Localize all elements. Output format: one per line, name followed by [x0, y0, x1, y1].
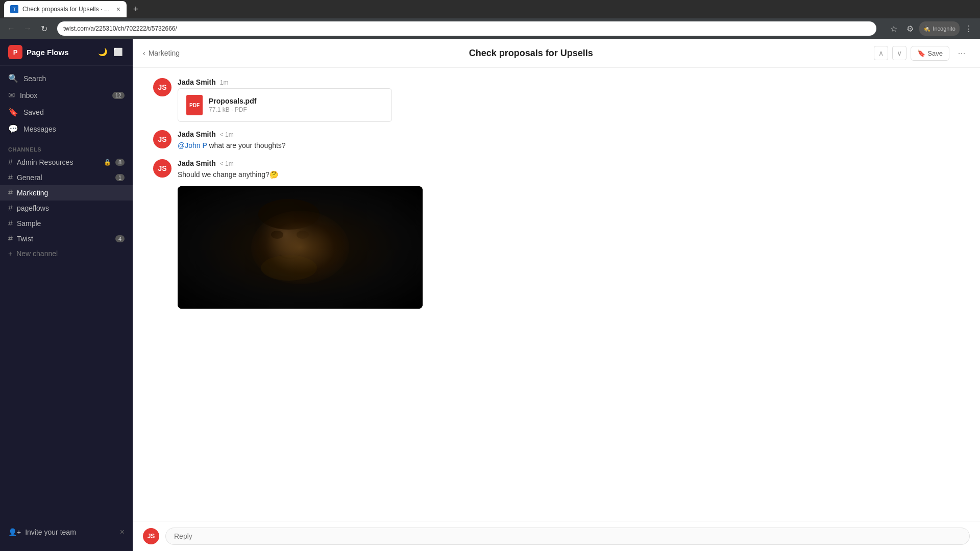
bookmark-button[interactable]: ☆ — [887, 21, 901, 36]
message-group: JS Jada Smith 1m PDF Proposals.pdf 77.1 … — [153, 78, 960, 122]
message-time: < 1m — [220, 160, 234, 167]
message-text: Should we change anything?🤔 — [178, 169, 960, 180]
message-body: Jada Smith 1m PDF Proposals.pdf 77.1 kB … — [178, 78, 960, 122]
invite-team-label: Invite your team — [25, 528, 76, 536]
more-options-button[interactable]: ··· — [953, 45, 970, 61]
main-content: ‹ Marketing Check proposals for Upsells … — [133, 39, 980, 551]
reload-button[interactable]: ↻ — [37, 21, 51, 36]
url-display: twist.com/a/225310/ch/702222/t/5732666/ — [63, 25, 870, 32]
sidebar-item-inbox[interactable]: ✉ Inbox 12 — [0, 87, 133, 104]
channel-item-admin-resources[interactable]: # Admin Resources 🔒 8 — [0, 155, 133, 170]
channel-hash-icon: # — [8, 173, 13, 182]
message-body: Jada Smith < 1m @John P what are your th… — [178, 130, 960, 151]
save-label: Save — [927, 49, 943, 57]
message-time: < 1m — [220, 131, 234, 138]
channel-item-pageflows[interactable]: # pageflows — [0, 201, 133, 216]
app: P Page Flows 🌙 ⬜ 🔍 Search ✉ Inbox 12 🔖 S… — [0, 39, 980, 551]
invite-icon: 👤+ — [8, 528, 21, 536]
attachment-type: PDF — [235, 106, 247, 113]
invite-close-button[interactable]: × — [120, 528, 125, 537]
attachment-meta: 77.1 kB · PDF — [209, 106, 256, 113]
incognito-label: Incognito — [933, 26, 955, 32]
breadcrumb-label: Marketing — [149, 49, 180, 57]
invite-team-button[interactable]: 👤+ Invite your team × — [8, 528, 125, 537]
incognito-icon: 🕵 — [923, 26, 930, 32]
mention-text[interactable]: @John P — [178, 141, 207, 149]
sidebar-item-search[interactable]: 🔍 Search — [0, 70, 133, 87]
message-author: Jada Smith — [178, 130, 216, 138]
attachment[interactable]: PDF Proposals.pdf 77.1 kB · PDF — [178, 88, 392, 122]
message-meta: Jada Smith < 1m — [178, 159, 960, 167]
lock-icon: 🔒 — [104, 159, 111, 166]
channel-badge-admin: 8 — [115, 159, 125, 166]
saved-icon: 🔖 — [8, 107, 18, 117]
image-content — [178, 186, 423, 309]
workspace-icon: P — [8, 45, 22, 59]
back-chevron-icon: ‹ — [143, 49, 145, 57]
tab-title: Check proposals for Upsells · Pa... — [22, 6, 112, 13]
plus-icon: + — [8, 249, 12, 258]
forward-button[interactable]: → — [20, 21, 35, 36]
message-text-after-mention: what are your thoughts? — [207, 141, 286, 149]
add-channel-button[interactable]: + New channel — [0, 246, 133, 261]
inbox-icon: ✉ — [8, 90, 15, 100]
thread-actions: ∧ ∨ 🔖 Save ··· — [874, 45, 970, 61]
thread-prev-button[interactable]: ∧ — [874, 46, 888, 60]
browser-extensions-button[interactable]: ⚙ — [903, 21, 917, 36]
thread-content: JS Jada Smith 1m PDF Proposals.pdf 77.1 … — [133, 68, 980, 521]
new-tab-button[interactable]: + — [129, 2, 143, 16]
browser-chrome: T Check proposals for Upsells · Pa... × … — [0, 0, 980, 39]
message-text: @John P what are your thoughts? — [178, 140, 960, 151]
channel-item-marketing[interactable]: # Marketing — [0, 185, 133, 201]
browser-tabs: T Check proposals for Upsells · Pa... × … — [0, 0, 980, 18]
active-tab[interactable]: T Check proposals for Upsells · Pa... × — [4, 1, 127, 17]
breadcrumb[interactable]: ‹ Marketing — [143, 49, 180, 57]
message-image[interactable] — [178, 186, 423, 309]
thread-header: ‹ Marketing Check proposals for Upsells … — [133, 39, 980, 68]
sidebar-item-saved[interactable]: 🔖 Saved — [0, 104, 133, 120]
reply-avatar: JS — [143, 528, 159, 544]
channel-badge-general: 1 — [115, 174, 125, 181]
channel-name-general: General — [17, 173, 111, 182]
dark-mode-toggle[interactable]: 🌙 — [96, 45, 109, 59]
save-button[interactable]: 🔖 Save — [911, 46, 949, 61]
message-body: Jada Smith < 1m Should we change anythin… — [178, 159, 960, 309]
avatar: JS — [153, 130, 172, 148]
channel-item-general[interactable]: # General 1 — [0, 170, 133, 185]
search-icon: 🔍 — [8, 73, 18, 83]
message-meta: Jada Smith 1m — [178, 78, 960, 86]
message-author: Jada Smith — [178, 78, 216, 86]
channel-name-twist: Twist — [17, 235, 111, 243]
browser-nav: ← → ↻ twist.com/a/225310/ch/702222/t/573… — [0, 18, 980, 39]
thread-title: Check proposals for Upsells — [188, 48, 874, 59]
channel-name-admin: Admin Resources — [17, 158, 99, 166]
channel-item-twist[interactable]: # Twist 4 — [0, 231, 133, 246]
layout-toggle[interactable]: ⬜ — [111, 45, 125, 59]
sidebar-nav: 🔍 Search ✉ Inbox 12 🔖 Saved 💬 Messages — [0, 66, 133, 141]
add-channel-label: New channel — [16, 249, 58, 258]
message-time: 1m — [220, 79, 229, 86]
thread-next-button[interactable]: ∨ — [892, 46, 906, 60]
tab-close-button[interactable]: × — [116, 5, 120, 13]
reply-input[interactable] — [165, 528, 970, 545]
back-button[interactable]: ← — [4, 21, 18, 36]
svg-point-3 — [297, 231, 309, 239]
address-bar[interactable]: twist.com/a/225310/ch/702222/t/5732666/ — [57, 21, 876, 36]
sidebar-nav-messages-label: Messages — [23, 125, 56, 133]
avatar: JS — [153, 159, 172, 178]
sidebar-nav-inbox-label: Inbox — [20, 91, 37, 99]
attachment-filename: Proposals.pdf — [209, 97, 256, 105]
image-svg — [178, 186, 423, 309]
channel-badge-twist: 4 — [115, 235, 125, 242]
svg-rect-6 — [178, 186, 423, 309]
sidebar-nav-saved-label: Saved — [23, 108, 44, 116]
channels-section-label: Channels — [0, 141, 133, 155]
attachment-dot: · — [231, 106, 235, 113]
sidebar-nav-search-label: Search — [23, 74, 46, 83]
sidebar-item-messages[interactable]: 💬 Messages — [0, 120, 133, 137]
channel-item-sample[interactable]: # Sample — [0, 216, 133, 231]
browser-menu-button[interactable]: ⋮ — [962, 21, 976, 36]
messages-icon: 💬 — [8, 124, 18, 134]
inbox-badge: 12 — [112, 92, 125, 99]
attachment-info: Proposals.pdf 77.1 kB · PDF — [209, 97, 256, 113]
